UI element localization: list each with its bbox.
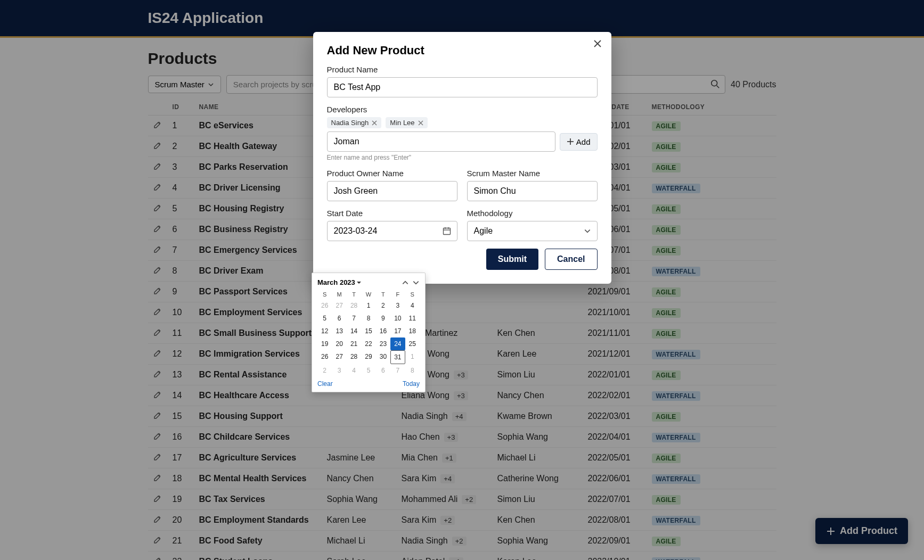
- datepicker-dow: S: [317, 290, 332, 299]
- add-developer-button[interactable]: Add: [560, 133, 598, 151]
- datepicker-month-select[interactable]: March 2023: [317, 278, 361, 286]
- datepicker-day[interactable]: 3: [332, 364, 346, 377]
- datepicker-day[interactable]: 31: [390, 350, 405, 364]
- remove-chip-icon[interactable]: [372, 120, 377, 126]
- modal-title: Add New Product: [327, 44, 598, 57]
- datepicker-day[interactable]: 11: [405, 312, 420, 325]
- datepicker-day[interactable]: 10: [390, 312, 405, 325]
- next-month-button[interactable]: [412, 279, 420, 286]
- datepicker-day[interactable]: 26: [317, 299, 332, 312]
- date-picker: March 2023 SMTWTFS2627281234567891011121…: [312, 273, 426, 392]
- scrum-master-label: Scrum Master Name: [467, 169, 598, 178]
- caret-down-icon: [357, 281, 361, 285]
- prev-month-button[interactable]: [402, 279, 409, 286]
- cancel-button[interactable]: Cancel: [545, 249, 597, 270]
- product-name-label: Product Name: [327, 65, 598, 74]
- datepicker-day[interactable]: 9: [376, 312, 390, 325]
- datepicker-day[interactable]: 27: [332, 350, 346, 364]
- datepicker-day[interactable]: 17: [390, 325, 405, 337]
- datepicker-day[interactable]: 6: [376, 364, 390, 377]
- datepicker-dow: M: [332, 290, 346, 299]
- datepicker-dow: S: [405, 290, 420, 299]
- developer-input[interactable]: [327, 131, 555, 152]
- datepicker-day[interactable]: 4: [405, 299, 420, 312]
- datepicker-day[interactable]: 16: [376, 325, 390, 337]
- start-date-label: Start Date: [327, 209, 457, 218]
- datepicker-day[interactable]: 22: [361, 337, 375, 350]
- datepicker-dow: T: [376, 290, 390, 299]
- datepicker-day[interactable]: 15: [361, 325, 375, 337]
- datepicker-day[interactable]: 20: [332, 337, 346, 350]
- datepicker-day[interactable]: 5: [317, 312, 332, 325]
- datepicker-day[interactable]: 1: [361, 299, 375, 312]
- datepicker-day[interactable]: 13: [332, 325, 346, 337]
- datepicker-day[interactable]: 8: [405, 364, 420, 377]
- datepicker-today[interactable]: Today: [403, 380, 420, 388]
- datepicker-day[interactable]: 7: [347, 312, 361, 325]
- datepicker-day[interactable]: 14: [347, 325, 361, 337]
- datepicker-dow: W: [361, 290, 375, 299]
- methodology-label: Methodology: [467, 209, 598, 218]
- datepicker-day[interactable]: 12: [317, 325, 332, 337]
- datepicker-day[interactable]: 3: [390, 299, 405, 312]
- datepicker-day[interactable]: 8: [361, 312, 375, 325]
- add-product-modal: Add New Product Product Name Developers …: [313, 32, 611, 284]
- datepicker-day[interactable]: 2: [376, 299, 390, 312]
- developers-label: Developers: [327, 105, 598, 114]
- owner-label: Product Owner Name: [327, 169, 457, 178]
- datepicker-dow: T: [347, 290, 361, 299]
- datepicker-day[interactable]: 18: [405, 325, 420, 337]
- datepicker-day[interactable]: 28: [347, 299, 361, 312]
- datepicker-day[interactable]: 27: [332, 299, 346, 312]
- product-name-input[interactable]: [327, 77, 598, 97]
- start-date-input[interactable]: [327, 221, 457, 241]
- add-label: Add: [576, 137, 591, 146]
- datepicker-day[interactable]: 19: [317, 337, 332, 350]
- developer-chip: Min Lee: [386, 117, 427, 128]
- datepicker-clear[interactable]: Clear: [317, 380, 333, 388]
- developer-chip: Nadia Singh: [327, 117, 382, 128]
- datepicker-day[interactable]: 7: [390, 364, 405, 377]
- developer-hint: Enter name and press "Enter": [327, 154, 598, 161]
- scrum-master-input[interactable]: [467, 181, 598, 201]
- datepicker-day[interactable]: 1: [405, 350, 420, 364]
- datepicker-day[interactable]: 24: [390, 337, 405, 350]
- close-icon[interactable]: [593, 39, 602, 48]
- datepicker-day[interactable]: 6: [332, 312, 346, 325]
- datepicker-day[interactable]: 29: [361, 350, 375, 364]
- datepicker-day[interactable]: 4: [347, 364, 361, 377]
- datepicker-day[interactable]: 28: [347, 350, 361, 364]
- datepicker-day[interactable]: 23: [376, 337, 390, 350]
- methodology-select[interactable]: Agile: [467, 221, 598, 241]
- datepicker-day[interactable]: 5: [361, 364, 375, 377]
- datepicker-day[interactable]: 25: [405, 337, 420, 350]
- plus-icon: [567, 138, 574, 145]
- owner-input[interactable]: [327, 181, 457, 201]
- datepicker-day[interactable]: 21: [347, 337, 361, 350]
- datepicker-day[interactable]: 2: [317, 364, 332, 377]
- datepicker-dow: F: [390, 290, 405, 299]
- submit-button[interactable]: Submit: [486, 249, 538, 270]
- datepicker-day[interactable]: 26: [317, 350, 332, 364]
- datepicker-day[interactable]: 30: [376, 350, 390, 364]
- remove-chip-icon[interactable]: [418, 120, 423, 126]
